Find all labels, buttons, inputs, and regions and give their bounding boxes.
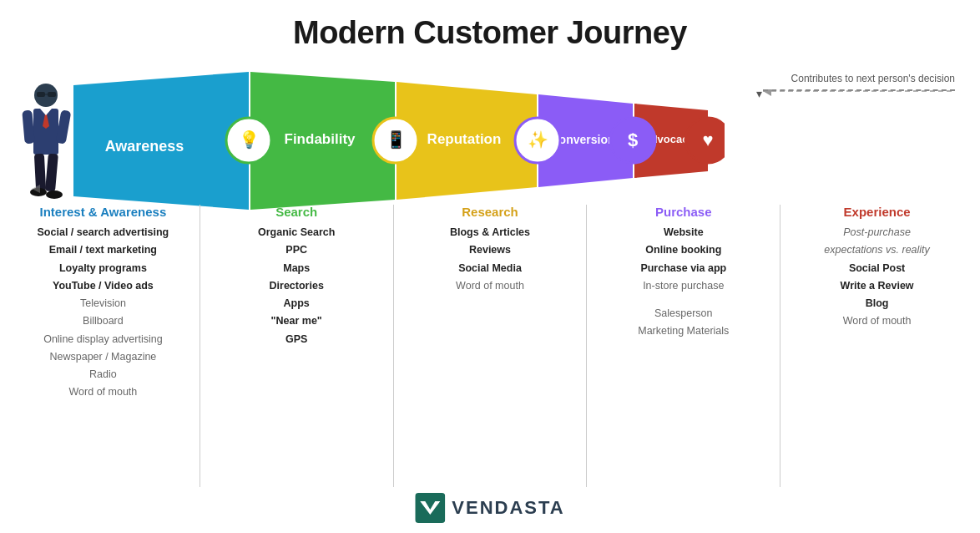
col2-heading: Search	[207, 205, 386, 219]
svg-rect-10	[34, 154, 46, 192]
col4-item-7: Marketing Materials	[594, 322, 773, 340]
col-search: Search Organic Search PPC Maps Directori…	[200, 205, 394, 487]
svg-rect-2	[48, 92, 56, 97]
col2-item-7: GPS	[207, 331, 386, 348]
col5-heading: Experience	[787, 205, 967, 219]
col1-item-1: Social / search advertising	[13, 224, 193, 241]
svg-rect-11	[45, 154, 58, 192]
col5-item-6: Word of mouth	[787, 312, 967, 330]
svg-text:♥: ♥	[702, 129, 713, 150]
col1-item-9: Radio	[13, 366, 193, 383]
svg-text:Awareness: Awareness	[105, 138, 184, 155]
col4-item-1: Website	[594, 224, 773, 241]
col4-item-2: Online booking	[594, 241, 773, 259]
col3-heading: Research	[401, 205, 580, 219]
svg-text:📱: 📱	[386, 129, 407, 150]
col1-item-3: Loyalty programs	[13, 260, 193, 277]
svg-point-13	[46, 190, 63, 199]
col2-item-2: PPC	[207, 241, 386, 259]
col2-item-4: Directories	[207, 277, 386, 295]
col3-item-3: Social Media	[401, 260, 580, 277]
col-experience: Experience Post-purchase expectations vs…	[780, 205, 973, 487]
col2-item-3: Maps	[207, 260, 386, 277]
svg-text:Findability: Findability	[285, 131, 356, 147]
dashed-note: Contributes to next person's decision ▾	[763, 72, 955, 114]
col5-item-2: expectations vs. reality	[787, 241, 967, 259]
svg-text:$: $	[628, 129, 638, 150]
svg-text:Reputation: Reputation	[427, 131, 502, 147]
col4-item-6: Salesperson	[594, 305, 773, 322]
col3-item-4: Word of mouth	[401, 277, 580, 295]
col5-item-4: Write a Review	[787, 277, 967, 295]
col1-heading: Interest & Awareness	[13, 205, 193, 219]
col2-item-5: Apps	[207, 295, 386, 312]
vendasta-logo: VENDASTA	[415, 493, 564, 523]
svg-rect-37	[415, 493, 445, 523]
col1-item-2: Email / text marketing	[13, 241, 193, 259]
col5-item-5: Blog	[787, 295, 967, 312]
journey-diagram: Awareness Findability Reputation Convers…	[0, 63, 980, 226]
col3-item-1: Blogs & Articles	[401, 224, 580, 241]
col1-item-8: Newspaper / Magazine	[13, 348, 193, 366]
col4-heading: Purchase	[594, 205, 773, 219]
col1-item-5: Television	[13, 295, 193, 312]
col4-item-3: Purchase via app	[594, 260, 773, 277]
col-research: Research Blogs & Articles Reviews Social…	[394, 205, 588, 487]
svg-rect-8	[22, 110, 34, 145]
col1-item-10: Word of mouth	[13, 383, 193, 401]
col5-item-1: Post-purchase	[787, 224, 967, 241]
col2-item-1: Organic Search	[207, 224, 386, 241]
col1-item-7: Online display advertising	[13, 331, 193, 348]
page-title: Modern Customer Journey	[0, 0, 980, 59]
svg-rect-1	[37, 92, 45, 97]
columns-area: Interest & Awareness Social / search adv…	[0, 205, 980, 487]
col1-item-4: YouTube / Video ads	[13, 277, 193, 295]
svg-text:✨: ✨	[528, 129, 548, 150]
svg-text:💡: 💡	[239, 129, 260, 150]
col4-item-4: In-store purchase	[594, 277, 773, 295]
col-purchase: Purchase Website Online booking Purchase…	[587, 205, 780, 487]
vendasta-name: VENDASTA	[452, 497, 564, 519]
col5-item-3: Social Post	[787, 260, 967, 277]
col2-item-6: "Near me"	[207, 312, 386, 330]
col-interest-awareness: Interest & Awareness Social / search adv…	[7, 205, 200, 487]
col3-item-2: Reviews	[401, 241, 580, 259]
person-figure	[15, 80, 78, 206]
col1-item-6: Billboard	[13, 312, 193, 330]
